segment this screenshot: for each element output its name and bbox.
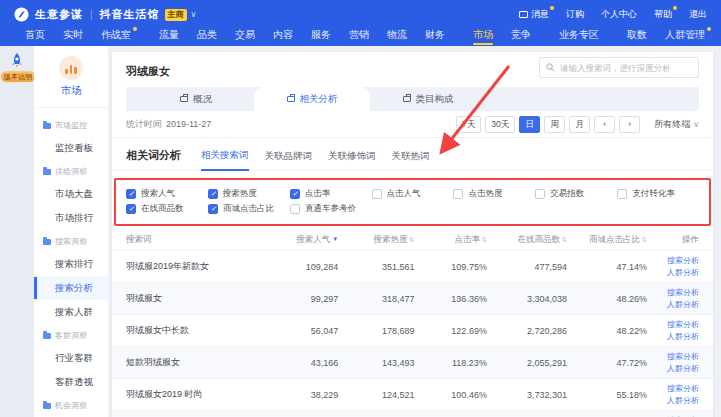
tab-related-analysis[interactable]: 相关分析 xyxy=(254,87,370,111)
subscribe-link[interactable]: 订购 xyxy=(566,8,584,21)
nav-item-competition[interactable]: 竞争 xyxy=(502,27,540,45)
nav-item-realtime[interactable]: 实时 xyxy=(54,27,92,45)
stat-time-label: 统计时间 xyxy=(126,118,162,131)
search-input[interactable] xyxy=(560,63,692,73)
table-row[interactable]: 羽绒服女中长款 56,047 178,689 122.69% 2,720,286… xyxy=(112,314,713,346)
briefcase-icon xyxy=(287,96,295,102)
col-online-products[interactable]: 在线商品数⇅ xyxy=(491,234,571,246)
checkbox-icon xyxy=(126,189,136,199)
sidebar-item-search-analysis[interactable]: 搜索分析 xyxy=(34,276,108,300)
nav-item-market[interactable]: 市场 xyxy=(464,27,502,45)
range-month-button[interactable]: 月 xyxy=(569,116,590,133)
audience-analysis-link[interactable]: 人群分析 xyxy=(667,299,699,310)
search-analysis-link[interactable]: 搜索分析 xyxy=(667,351,699,362)
cell-value: 109,284 xyxy=(266,262,342,272)
search-icon xyxy=(546,63,555,72)
nav-item-traffic[interactable]: 流量 xyxy=(150,27,188,45)
nav-item-war-room[interactable]: 作战室 xyxy=(92,27,140,45)
sidebar-item-search-audience[interactable]: 搜索人群 xyxy=(34,300,108,324)
nav-item-marketing[interactable]: 营销 xyxy=(340,27,378,45)
table-row[interactable]: 短款羽绒服女 43,166 143,493 118.23% 2,055,291 … xyxy=(112,346,713,378)
nav-item-service[interactable]: 服务 xyxy=(302,27,340,45)
nav-item-content[interactable]: 内容 xyxy=(264,27,302,45)
nav-item-finance[interactable]: 财务 xyxy=(416,27,454,45)
cell-value: 56,047 xyxy=(266,326,342,336)
range-day-button[interactable]: 日 xyxy=(519,116,540,133)
metric-checkbox-trade-index[interactable]: 交易指数 xyxy=(535,188,617,200)
tab-category-composition[interactable]: 类目构成 xyxy=(370,87,486,111)
search-term-cell: 羽绒服女 xyxy=(126,292,266,305)
nav-item-audience-mgmt[interactable]: 人群管理 xyxy=(656,27,714,45)
rocket-icon[interactable] xyxy=(7,51,27,71)
subtab-brand-words[interactable]: 关联品牌词 xyxy=(265,150,313,170)
nav-item-business-zone[interactable]: 业务专区 xyxy=(550,27,608,45)
nav-item-home[interactable]: 首页 xyxy=(16,27,54,45)
metric-checkbox-online-products[interactable]: 在线商品数 xyxy=(126,203,208,215)
subtab-related-search-words[interactable]: 相关搜索词 xyxy=(201,149,249,171)
metric-checkbox-search-popularity[interactable]: 搜索人气 xyxy=(126,188,208,200)
tab-overview[interactable]: 概况 xyxy=(138,87,254,111)
cell-value: 47.14% xyxy=(571,262,651,272)
sidebar-item-industry-customers[interactable]: 行业客群 xyxy=(34,346,108,370)
nav-item-trade[interactable]: 交易 xyxy=(226,27,264,45)
terminal-filter-dropdown[interactable]: 所有终端∨ xyxy=(654,118,699,131)
brand-site-name: 抖音生活馆 xyxy=(100,7,160,22)
audience-analysis-link[interactable]: 人群分析 xyxy=(667,331,699,342)
range-7d-button[interactable]: 7天 xyxy=(456,116,481,133)
metric-checkbox-mall-click-share[interactable]: 商城点击占比 xyxy=(208,203,290,215)
sidebar-item-market-ranking[interactable]: 市场排行 xyxy=(34,206,108,230)
audience-analysis-link[interactable]: 人群分析 xyxy=(667,395,699,406)
audience-analysis-link[interactable]: 人群分析 xyxy=(667,267,699,278)
sidebar-item-search-ranking[interactable]: 搜索排行 xyxy=(34,252,108,276)
col-actions: 操作 xyxy=(651,234,699,246)
personal-center-link[interactable]: 个人中心 xyxy=(601,8,637,21)
checkbox-icon xyxy=(535,189,545,199)
col-search-popularity[interactable]: 搜索人气▼ xyxy=(266,234,342,246)
search-term-cell: 短款羽绒服女 xyxy=(126,356,266,369)
subtab-modifier-words[interactable]: 关联修饰词 xyxy=(328,150,376,170)
main-nav: 首页 实时 作战室 流量 品类 交易 内容 服务 营销 物流 财务 市场 竞争 … xyxy=(0,26,721,45)
subtab-hot-words[interactable]: 关联热词 xyxy=(392,150,430,170)
table-row[interactable]: 羽绒服2019年新款女 109,284 351,561 109.75% 477,… xyxy=(112,250,713,282)
search-analysis-link[interactable]: 搜索分析 xyxy=(667,319,699,330)
nav-item-logistics[interactable]: 物流 xyxy=(378,27,416,45)
nav-item-academy[interactable]: 学院 xyxy=(714,27,721,45)
sidebar-item-customer-perspective[interactable]: 客群透视 xyxy=(34,370,108,394)
prev-page-button[interactable]: ‹ xyxy=(594,116,615,133)
messages-link[interactable]: 消息 xyxy=(519,8,549,21)
search-analysis-link[interactable]: 搜索分析 xyxy=(667,287,699,298)
col-mall-click-share[interactable]: 商城点击占比⇅ xyxy=(571,234,651,246)
metric-checkbox-click-rate[interactable]: 点击率 xyxy=(290,188,372,200)
metric-checkbox-search-heat[interactable]: 搜索热度 xyxy=(208,188,290,200)
logout-link[interactable]: 退出 xyxy=(689,8,707,21)
market-module-icon xyxy=(59,56,83,80)
cell-value: 122.69% xyxy=(418,326,490,336)
nav-item-category[interactable]: 品类 xyxy=(188,27,226,45)
metric-checkbox-ztc-ref-price[interactable]: 直通车参考价 xyxy=(290,203,372,215)
sidebar-item-market-overview[interactable]: 市场大盘 xyxy=(34,182,108,206)
table-row[interactable]: 羽绒服女2019 时尚 38,229 124,521 100.46% 3,732… xyxy=(112,378,713,410)
help-link[interactable]: 帮助 xyxy=(654,8,672,21)
brand-divider: | xyxy=(90,9,93,20)
keyword-search-box[interactable] xyxy=(539,57,699,78)
chevron-down-icon[interactable]: ∨ xyxy=(191,10,197,19)
sidebar-item-monitor-board[interactable]: 监控看板 xyxy=(34,136,108,160)
audience-analysis-link[interactable]: 人群分析 xyxy=(667,363,699,374)
table-row[interactable]: 羽绒服女短款 38,205 121,506 116.46% 1,336,229 … xyxy=(112,410,713,417)
search-analysis-link[interactable]: 搜索分析 xyxy=(667,383,699,394)
search-analysis-link[interactable]: 搜索分析 xyxy=(667,255,699,266)
next-page-button[interactable]: › xyxy=(619,116,640,133)
chevron-down-icon: ∨ xyxy=(693,120,699,129)
metric-checkbox-click-popularity[interactable]: 点击人气 xyxy=(372,188,454,200)
range-30d-button[interactable]: 30天 xyxy=(485,116,515,133)
nav-item-data-fetch[interactable]: 取数 xyxy=(618,27,656,45)
metric-checkbox-pay-conversion[interactable]: 支付转化率 xyxy=(617,188,699,200)
metric-checkbox-click-heat[interactable]: 点击热度 xyxy=(453,188,535,200)
checkbox-icon xyxy=(453,189,463,199)
col-search-heat[interactable]: 搜索热度⇅ xyxy=(342,234,418,246)
checkbox-icon xyxy=(617,189,627,199)
col-click-rate[interactable]: 点击率⇅ xyxy=(418,234,490,246)
version-notes-badge[interactable]: 版本说明 xyxy=(1,71,35,82)
table-row[interactable]: 羽绒服女 99,297 318,477 136.36% 3,304,038 48… xyxy=(112,282,713,314)
range-week-button[interactable]: 周 xyxy=(544,116,565,133)
